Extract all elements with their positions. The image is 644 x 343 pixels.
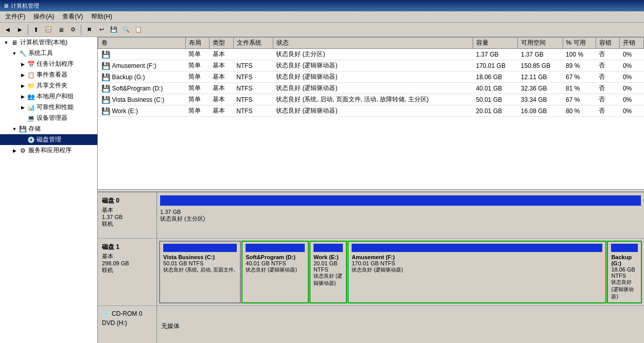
col-pct[interactable]: % 可用 <box>563 38 596 49</box>
partition-work[interactable]: Work (E:) 20.01 GB NTFS 状态良好 (逻辑驱动器) <box>309 241 347 303</box>
col-capacity[interactable]: 容量 <box>473 38 518 49</box>
disk0-info: 磁盘 0 基本 1.37 GB 联机 <box>98 192 157 238</box>
partition-vista[interactable]: Vista Business (C:) 50.01 GB NTFS 状态良好 (… <box>159 241 241 303</box>
device-icon: 💻 <box>27 114 35 122</box>
btn-back[interactable]: ◀ <box>2 24 13 35</box>
btn-clipboard[interactable]: 📋 <box>133 24 144 35</box>
services-label: 服务和应用程序 <box>28 146 72 155</box>
table-cell: 否 <box>596 83 620 94</box>
table-cell: 150.85 GB <box>518 60 563 71</box>
table-row[interactable]: 💾简单基本状态良好 (主分区)1.37 GB1.37 GB100 %否0% <box>98 49 644 60</box>
table-row[interactable]: 💾Backup (G:)简单基本NTFS状态良好 (逻辑驱动器)18.06 GB… <box>98 71 644 83</box>
partition-backup-size: 18.06 GB NTFS <box>611 266 638 279</box>
btn-up[interactable]: ⬆ <box>30 24 42 35</box>
sep-1 <box>28 25 28 35</box>
table-cell: 0% <box>620 105 644 117</box>
partition-soft[interactable]: Soft&Program (D:) 40.01 GB NTFS 状态良好 (逻辑… <box>241 241 309 303</box>
table-cell: 简单 <box>185 105 210 117</box>
table-row[interactable]: 💾Soft&Program (D:)简单基本NTFS状态良好 (逻辑驱动器)40… <box>98 83 644 94</box>
col-free[interactable]: 可用空间 <box>518 38 563 49</box>
col-type[interactable]: 类型 <box>210 38 234 49</box>
table-row[interactable]: 💾Amusement (F:)简单基本NTFS状态良好 (逻辑驱动器)170.0… <box>98 60 644 71</box>
col-fault[interactable]: 容错 <box>596 38 620 49</box>
sidebar-item-shared[interactable]: ▶ 📁 共享文件夹 <box>0 80 97 91</box>
disk0-partitions[interactable]: 1.37 GB 状态良好 (主分区) <box>157 192 644 238</box>
btn-computer[interactable]: 🖥 <box>55 24 66 35</box>
table-cell: 状态良好 (主分区) <box>273 49 473 60</box>
sidebar-item-task-sched[interactable]: ▶ 📅 任务计划程序 <box>0 59 97 69</box>
title-text: 计算机管理 <box>11 2 39 10</box>
table-row[interactable]: 💾Vista Business (C:)简单基本NTFS状态良好 (系统, 启动… <box>98 94 644 105</box>
table-cell: 基本 <box>210 49 234 60</box>
cdrom0-name: CD-ROM 0 <box>112 310 142 317</box>
menu-bar: 文件(F) 操作(A) 查看(V) 帮助(H) <box>0 11 644 23</box>
table-cell: 否 <box>596 105 620 117</box>
expand-root[interactable]: ▼ <box>2 39 10 47</box>
col-status[interactable]: 状态 <box>273 38 473 49</box>
menu-file[interactable]: 文件(F) <box>2 11 28 22</box>
exp-re[interactable]: ▶ <box>19 103 27 112</box>
disk1-type: 基本 <box>102 252 152 260</box>
partition-work-label: Work (E:) <box>314 254 343 260</box>
table-cell: 否 <box>596 94 620 105</box>
exp-st[interactable]: ▼ <box>10 125 19 133</box>
btn-forward[interactable]: ▶ <box>14 24 26 35</box>
btn-new-window[interactable]: 🪟 <box>43 24 54 35</box>
menu-help[interactable]: 帮助(H) <box>88 11 115 22</box>
table-cell: 0% <box>620 49 644 60</box>
sidebar-item-device[interactable]: 💻 设备管理器 <box>0 113 97 123</box>
sys-tools-label: 系统工具 <box>28 49 53 58</box>
shared-icon: 📁 <box>27 82 35 90</box>
sidebar-item-sys-tools[interactable]: ▼ 🔧 系统工具 <box>0 48 97 59</box>
sidebar-item-storage[interactable]: ▼ 💾 存储 <box>0 123 97 134</box>
exp-lu[interactable]: ▶ <box>19 93 27 101</box>
table-cell: 基本 <box>210 71 234 83</box>
col-vol[interactable]: 卷 <box>98 38 186 49</box>
btn-save[interactable]: 💾 <box>108 24 119 35</box>
col-layout[interactable]: 布局 <box>185 38 210 49</box>
sidebar-item-disk-mgmt[interactable]: 💿 磁盘管理 <box>0 134 97 145</box>
disk0-blue-bar <box>160 195 641 206</box>
table-cell: 33.34 GB <box>518 94 563 105</box>
task-icon: 📅 <box>27 60 35 68</box>
sidebar-item-reliability[interactable]: ▶ 📊 可靠性和性能 <box>0 102 97 113</box>
btn-settings[interactable]: ⚙ <box>67 24 79 35</box>
btn-close[interactable]: ✖ <box>83 24 95 35</box>
event-icon: 📋 <box>27 71 35 79</box>
table-cell: 否 <box>596 60 620 71</box>
table-cell: 状态良好 (系统, 启动, 页面文件, 活动, 故障转储, 主分区) <box>273 94 473 105</box>
partition-amusement-label: Amusement (F:) <box>352 254 602 260</box>
col-overhead[interactable]: 开销 <box>620 38 644 49</box>
sidebar-item-event[interactable]: ▶ 📋 事件查看器 <box>0 69 97 80</box>
partition-amusement[interactable]: Amusement (F:) 170.01 GB NTFS 状态良好 (逻辑驱动… <box>347 241 606 303</box>
table-cell: 16.08 GB <box>518 105 563 117</box>
table-cell: 💾Vista Business (C:) <box>98 94 186 105</box>
disk1-size: 298.09 GB <box>102 260 152 266</box>
partition-work-bar <box>314 244 343 252</box>
table-cell: 81 % <box>563 83 596 94</box>
exp-sf[interactable]: ▶ <box>19 82 27 90</box>
exp-ev[interactable]: ▶ <box>19 71 27 79</box>
expand-sys-tools[interactable]: ▼ <box>10 49 19 58</box>
table-cell: 💾Backup (G:) <box>98 71 186 83</box>
menu-action[interactable]: 操作(A) <box>30 11 57 22</box>
sidebar-item-users[interactable]: ▶ 👥 本地用户和组 <box>0 91 97 102</box>
partition-backup[interactable]: Backup (G:) 18.06 GB NTFS 状态良好 (逻辑驱动器) <box>607 241 642 303</box>
table-cell: NTFS <box>233 105 273 117</box>
table-cell: 状态良好 (逻辑驱动器) <box>273 83 473 94</box>
table-row[interactable]: 💾Work (E:)简单基本NTFS状态良好 (逻辑驱动器)20.01 GB16… <box>98 105 644 117</box>
table-cell: 100 % <box>563 49 596 60</box>
btn-undo[interactable]: ↩ <box>96 24 107 35</box>
sidebar-item-services[interactable]: ▶ ⚙ 服务和应用程序 <box>0 145 97 156</box>
disk0-name: 磁盘 0 <box>102 196 152 205</box>
disk1-status: 联机 <box>102 266 152 274</box>
col-fs[interactable]: 文件系统 <box>233 38 273 49</box>
btn-search[interactable]: 🔍 <box>120 24 132 35</box>
exp-ts[interactable]: ▶ <box>19 60 27 68</box>
menu-view[interactable]: 查看(V) <box>59 11 86 22</box>
exp-svc[interactable]: ▶ <box>10 147 19 155</box>
sidebar-root[interactable]: ▼ 🖥 计算机管理(本地) <box>0 37 97 48</box>
partition-soft-status: 状态良好 (逻辑驱动器) <box>246 266 305 274</box>
partition-work-size: 20.01 GB NTFS <box>314 260 343 273</box>
table-cell: 40.01 GB <box>473 83 518 94</box>
